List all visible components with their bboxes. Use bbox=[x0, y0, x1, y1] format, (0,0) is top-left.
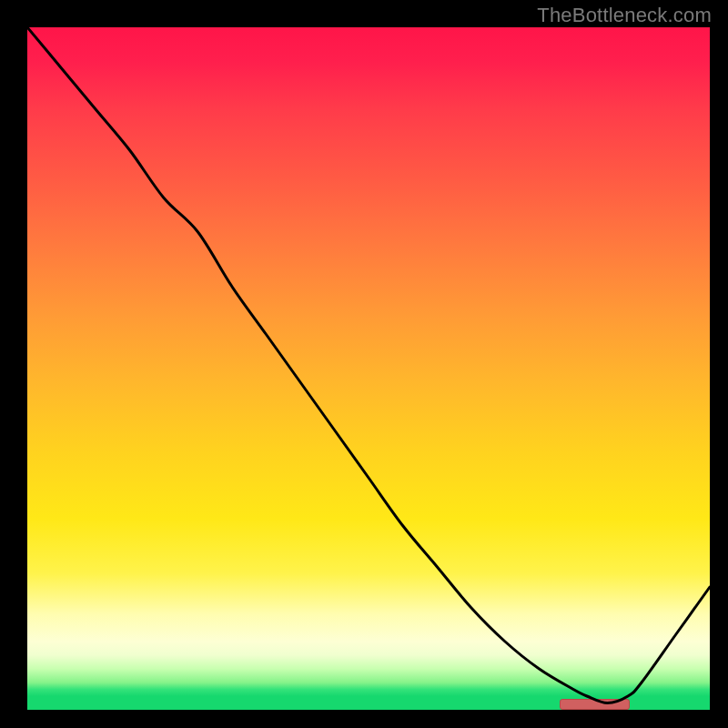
watermark-text: TheBottleneck.com bbox=[537, 4, 712, 27]
chart-stage: TheBottleneck.com bbox=[0, 0, 728, 728]
curve-path bbox=[27, 27, 710, 703]
plot-frame bbox=[27, 27, 710, 710]
bottleneck-curve bbox=[27, 27, 710, 710]
